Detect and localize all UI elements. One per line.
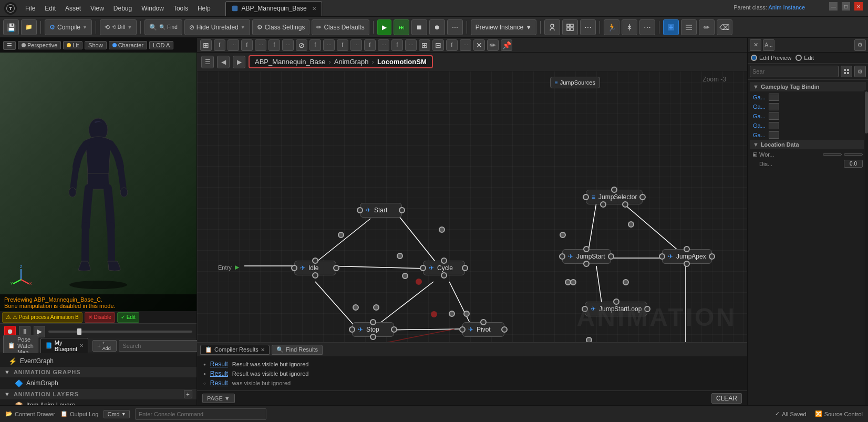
edit-option[interactable]: Edit — [795, 55, 814, 61]
console-command-input[interactable] — [135, 408, 266, 420]
graph-tool-4[interactable]: f — [241, 39, 253, 51]
tag-label-1[interactable]: Ga... — [753, 94, 766, 100]
graph-tool-10[interactable]: f — [337, 39, 348, 51]
maximize-btn[interactable]: □ — [842, 2, 850, 11]
menu-asset[interactable]: Asset — [61, 4, 85, 13]
loc-val-2[interactable] — [844, 153, 863, 156]
right-scrollbar[interactable] — [864, 90, 868, 405]
graph-tool-7[interactable]: ⋯ — [282, 39, 294, 51]
jump-start-node[interactable]: ✈ JumpStart — [562, 249, 611, 264]
loc-val-1[interactable] — [823, 153, 842, 156]
graph-tool-17[interactable]: ⊟ — [432, 39, 444, 51]
show-btn[interactable]: Show — [85, 41, 107, 49]
bc-item-1[interactable]: ABP_Mannequin_Base — [255, 58, 325, 66]
rp-grid-btn[interactable] — [841, 66, 852, 77]
graph-tool-cancel[interactable]: ⊘ — [296, 39, 307, 51]
idle-node[interactable]: ✈ Idle — [294, 261, 336, 275]
parent-class-link[interactable]: Anim Instance — [768, 4, 805, 11]
tag-box-1[interactable] — [769, 94, 779, 101]
rp-settings-btn[interactable]: ⚙ — [854, 39, 866, 51]
viewport[interactable]: ☰ Perspective Lit Show Character LOD A — [0, 38, 197, 311]
class-defaults-button[interactable]: ✏ Class Defaults — [312, 19, 369, 35]
graph-tool-5[interactable]: ⋯ — [255, 39, 266, 51]
tag-box-5[interactable] — [769, 131, 779, 139]
pivot-node[interactable]: ✈ Pivot — [462, 322, 504, 337]
play-button[interactable]: ▶ — [377, 19, 391, 35]
rp-panel-label[interactable]: A... — [763, 39, 774, 51]
anim-icon-3[interactable]: ⋯ — [580, 19, 596, 35]
tab-close-bp[interactable]: ✕ — [79, 343, 84, 348]
breadcrumb-back-btn[interactable]: ◀ — [217, 56, 230, 68]
rp-close-btn[interactable]: ✕ — [750, 39, 761, 51]
result-link-2[interactable]: Result — [210, 370, 228, 377]
menu-window[interactable]: Window — [137, 4, 168, 13]
gameplay-tag-section[interactable]: ▼ Gameplay Tag Bindin — [750, 82, 866, 91]
menu-help[interactable]: Help — [193, 4, 215, 13]
scrollbar-thumb[interactable] — [865, 91, 868, 133]
jump-apex-node[interactable]: ✈ JumpApex — [662, 249, 712, 264]
menu-tools[interactable]: Tools — [169, 4, 192, 13]
result-link-1[interactable]: Result — [210, 361, 228, 368]
compile-button[interactable]: ⚙ Compile ▼ — [45, 19, 92, 35]
start-node[interactable]: ✈ Start — [360, 203, 402, 218]
graph-tool-13[interactable]: ⋯ — [378, 39, 389, 51]
eraser-icon[interactable]: ⌫ — [717, 19, 732, 35]
preview-instance-dropdown[interactable]: Preview Instance ▼ — [471, 19, 536, 35]
graph-tool-pencil[interactable]: ✏ — [487, 39, 499, 51]
diff-button[interactable]: ⟲ ⟲ Diff ▼ — [100, 19, 137, 35]
minimize-btn[interactable]: — — [829, 2, 838, 11]
content-drawer-btn[interactable]: 📂 Content Drawer — [5, 410, 55, 417]
more2-button[interactable]: ⋯ — [639, 19, 655, 35]
skeleton-icon[interactable] — [622, 19, 637, 35]
compiler-results-tab[interactable]: 📋 Compiler Results ✕ — [200, 345, 270, 355]
graph-tool-pin[interactable]: 📌 — [501, 39, 512, 51]
pose-icon[interactable]: 🏃 — [604, 19, 619, 35]
lit-btn[interactable]: Lit — [63, 41, 82, 49]
timeline-scrubber[interactable] — [48, 331, 192, 333]
animation-graphs-section[interactable]: ▼ ANIMATION GRAPHS — [0, 367, 197, 377]
anim-graph-item[interactable]: 🔷 AnimGraph — [0, 377, 197, 389]
menu-edit[interactable]: Edit — [40, 4, 60, 13]
graph-tool-15[interactable]: ⋯ — [405, 39, 417, 51]
perspective-btn[interactable]: Perspective — [18, 41, 61, 49]
graph-tool-14[interactable]: f — [391, 39, 403, 51]
find-results-tab[interactable]: 🔍 Find Results — [272, 345, 323, 355]
graph-canvas[interactable]: ≡ JumpSources Zoom -3 Entry ▶ ✈ Start — [197, 71, 747, 342]
cycle-node[interactable]: ✈ Cycle — [423, 261, 465, 275]
tag-label-4[interactable]: Ga... — [753, 122, 766, 129]
graph-tool-16[interactable]: ⊞ — [419, 39, 430, 51]
graph-tool-19[interactable]: ⋯ — [460, 39, 471, 51]
save-button[interactable]: 💾 — [3, 19, 19, 35]
record-button[interactable]: ⏺ — [429, 19, 445, 35]
list-view-btn[interactable] — [681, 19, 697, 35]
page-button[interactable]: PAGE ▼ — [202, 394, 235, 403]
tag-label-3[interactable]: Ga... — [753, 113, 766, 119]
pencil-icon[interactable]: ✏ — [699, 19, 715, 35]
bc-item-3[interactable]: LocomotionSM — [377, 58, 427, 66]
blueprint-search[interactable] — [119, 340, 199, 352]
tab-close[interactable]: ✕ — [312, 6, 316, 12]
hide-unrelated-button[interactable]: ⊘ Hide Unrelated ▼ — [184, 19, 250, 35]
location-data-section[interactable]: ▼ Location Data — [750, 140, 866, 149]
menu-debug[interactable]: Debug — [109, 4, 136, 13]
graph-tool-close[interactable]: ✕ — [473, 39, 485, 51]
menu-file[interactable]: File — [21, 4, 39, 13]
main-tab[interactable]: ABP_Mannequin_Base ✕ — [225, 1, 322, 16]
dis-val[interactable]: 0.0 — [844, 160, 863, 168]
bc-item-2[interactable]: AnimGraph — [334, 58, 369, 66]
tag-box-2[interactable] — [769, 103, 779, 110]
clear-button[interactable]: CLEAR — [711, 393, 742, 404]
class-settings-button[interactable]: ⚙ Class Settings — [252, 19, 310, 35]
event-graph-item[interactable]: ⚡ EventGraph — [0, 355, 197, 367]
find-button[interactable]: 🔍 🔍 Find — [144, 19, 182, 35]
browse-button[interactable]: 📁 — [21, 19, 37, 35]
disable-btn[interactable]: ✕ Disable — [85, 312, 115, 323]
graph-tool-12[interactable]: f — [364, 39, 376, 51]
graph-tool-1[interactable]: ⊞ — [200, 39, 212, 51]
anim-icon-1[interactable] — [544, 19, 560, 35]
graph-tool-18[interactable]: f — [446, 39, 458, 51]
tag-label-5[interactable]: Ga... — [753, 132, 766, 138]
close-btn[interactable]: ✕ — [854, 2, 863, 11]
graph-tool-2[interactable]: f — [214, 39, 225, 51]
edit-pp-btn[interactable]: ✓ Edit — [117, 312, 139, 323]
